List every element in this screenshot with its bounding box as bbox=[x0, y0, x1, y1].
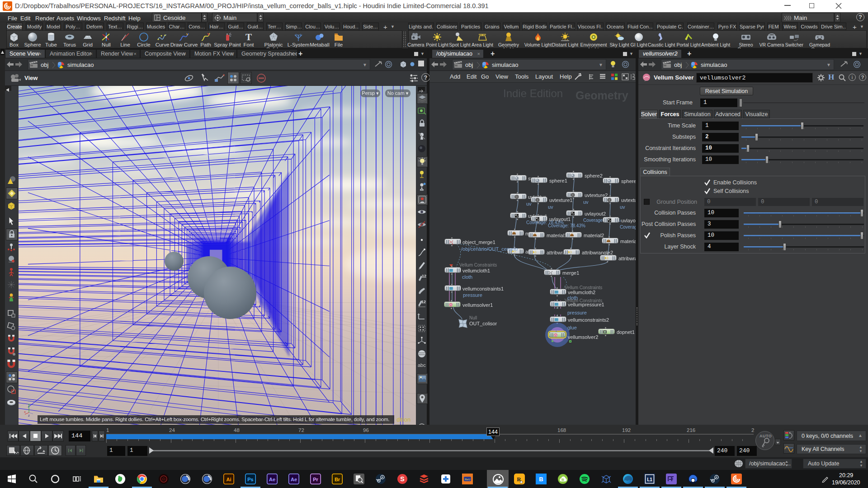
svg-text:L1: L1 bbox=[647, 477, 652, 482]
svg-text:T: T bbox=[245, 32, 252, 42]
svg-text:ReU: ReU bbox=[465, 478, 470, 481]
svg-text:Ps: Ps bbox=[247, 477, 253, 482]
svg-text:B: B bbox=[539, 476, 543, 483]
svg-text:z: z bbox=[28, 413, 30, 417]
svg-text:Pr: Pr bbox=[313, 477, 318, 482]
svg-text:12: 12 bbox=[421, 300, 426, 304]
svg-text:B: B bbox=[561, 478, 564, 482]
svg-text:Ae: Ae bbox=[291, 477, 297, 482]
svg-text:Ai: Ai bbox=[226, 477, 231, 482]
svg-text:y: y bbox=[28, 404, 30, 407]
svg-text:S: S bbox=[400, 475, 404, 483]
svg-text:Ae: Ae bbox=[269, 477, 275, 482]
svg-text:x: x bbox=[24, 410, 26, 414]
svg-text:12: 12 bbox=[422, 274, 426, 278]
svg-text:Br: Br bbox=[335, 477, 340, 482]
